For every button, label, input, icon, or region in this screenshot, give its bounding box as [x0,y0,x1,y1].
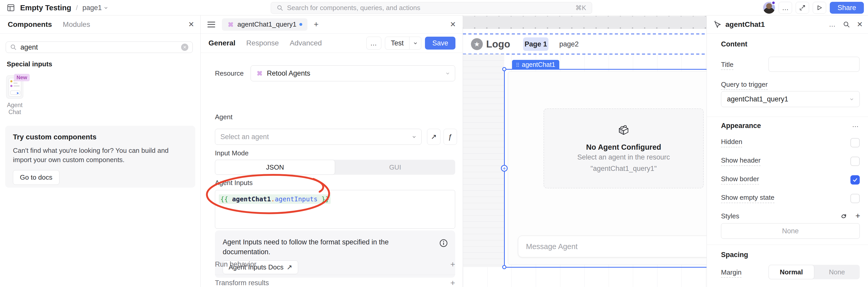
add-query-button[interactable]: + [314,20,318,29]
component-search-input[interactable]: agent ✕ [6,42,193,53]
special-inputs-heading: Special inputs [7,60,52,68]
empty-state-line2: "agentChat1_query1" [544,163,703,174]
hidden-row: Hidden [721,138,860,147]
tab-components[interactable]: Components [8,21,52,29]
tab-general[interactable]: General [209,39,235,47]
agent-inputs-editor[interactable]: {{ agentChat1.agentInputs }} [215,190,455,229]
inspector-search-icon[interactable] [843,21,850,28]
show-border-checkbox[interactable] [850,175,860,184]
margin-none-option[interactable]: None [814,265,860,279]
show-header-row: Show header [721,156,860,166]
plus-icon: + [450,278,455,287]
send-icon: ➤ [16,92,19,95]
inspector-title: agentChat1 [725,21,765,29]
add-style-button[interactable]: + [855,211,860,221]
page-tab-page2[interactable]: page2 [559,40,579,48]
open-agent-button[interactable]: ↗ [427,129,440,145]
test-dropdown[interactable] [409,37,421,49]
message-agent-input[interactable]: Message Agent [518,236,707,257]
expand-button[interactable] [796,2,809,14]
resource-label: Resource [215,69,251,77]
query-tab-label: agentChat1_query1 [238,21,296,28]
inspector-close-button[interactable]: ✕ [857,20,863,29]
clear-search-icon[interactable]: ✕ [181,44,188,51]
appearance-section-heading: Appearance [721,122,761,130]
close-query-panel-button[interactable]: ✕ [450,20,456,29]
agent-select[interactable]: Select an agent [215,129,422,145]
margin-label: Margin [721,268,741,278]
canvas-top-strip [463,16,707,29]
chevron-down-icon [445,71,450,75]
transform-results-label: Transform results [215,279,269,287]
show-empty-state-checkbox[interactable] [850,194,860,203]
tab-advanced[interactable]: Advanced [289,39,322,47]
styles-value-box[interactable]: None [721,223,860,239]
show-border-row: Show border [721,175,860,184]
input-mode-label: Input Mode [215,149,249,157]
appearance-more-button[interactable]: … [852,121,859,129]
empty-state-card: No Agent Configured Select an agent in t… [544,108,704,188]
reset-styles-icon[interactable] [840,212,847,220]
mode-gui-label: GUI [389,164,401,171]
app-header-container[interactable]: ★ Logo Page 1 page2 [463,35,707,53]
show-empty-state-label: Show empty state [721,193,774,203]
resize-handle-bottom-left[interactable] [502,265,506,269]
go-to-docs-button[interactable]: Go to docs [13,170,59,185]
transform-results-section[interactable]: Transform results + [215,278,455,287]
insert-handle-left[interactable]: + [501,165,507,172]
app-layout-icon[interactable] [6,3,16,12]
query-tab[interactable]: agentChat1_query1 [222,18,307,31]
page-tab-active[interactable]: Page 1 [523,37,549,51]
chevron-down-icon [104,6,108,10]
check-icon [852,177,858,183]
global-search-placeholder: Search for components, queries, and acti… [287,4,572,12]
styles-value: None [782,227,799,235]
margin-normal-option[interactable]: Normal [769,265,814,279]
agent-inputs-infobox: Agent Inputs need to follow the format s… [215,230,455,278]
content-section-heading: Content [721,40,747,48]
expand-icon [799,4,806,11]
share-button[interactable]: Share [830,2,864,14]
page-selector-label: page1 [83,4,102,12]
show-header-label: Show header [721,156,761,166]
title-input[interactable] [769,57,860,72]
component-badge[interactable]: agentChat1 [512,60,559,69]
query-to-trigger-select[interactable]: agentChat1_query1 [721,91,860,107]
hidden-checkbox[interactable] [850,138,860,147]
fx-button[interactable]: ƒ [443,129,457,145]
resize-handle-top-left[interactable] [502,67,506,71]
avatar[interactable] [763,2,775,14]
test-button[interactable]: Test [385,37,422,49]
preview-button[interactable] [813,2,826,14]
code-property: agentInputs [275,195,318,203]
inspector-more-button[interactable]: … [829,21,836,28]
star-icon: ★ [474,40,480,48]
query-list-menu-icon[interactable] [208,22,215,27]
close-panel-button[interactable]: ✕ [188,20,194,29]
tab-modules[interactable]: Modules [63,21,90,29]
message-agent-placeholder: Message Agent [526,242,578,251]
show-border-label: Show border [721,175,759,184]
fx-icon: ƒ [448,133,452,141]
test-label: Test [385,39,409,47]
mode-gui-tab[interactable]: GUI [335,160,455,175]
container-dashed-border-top [463,34,707,34]
top-bar: Empty Testing / page1 Search for compone… [0,0,868,15]
empty-state-title: No Agent Configured [544,143,703,151]
global-search-input[interactable]: Search for components, queries, and acti… [271,2,592,14]
page-selector[interactable]: page1 [83,4,108,12]
save-button[interactable]: Save [425,37,456,49]
query-more-button[interactable]: … [366,37,381,49]
resource-select[interactable]: Retool Agents [251,65,455,81]
agent-inputs-info-text: Agent Inputs need to follow the format s… [223,237,404,257]
code-open-brace: {{ [220,195,232,203]
show-header-checkbox[interactable] [850,157,860,166]
app-canvas[interactable]: ★ Logo Page 1 page2 agentChat1 No Agent … [463,15,707,287]
query-to-trigger-value: agentChat1_query1 [727,95,850,103]
chevron-down-icon [850,97,854,101]
tab-response[interactable]: Response [246,39,279,47]
mode-json-tab[interactable]: JSON [215,160,335,175]
run-behavior-section[interactable]: Run behavior + [215,260,455,269]
more-options-button[interactable]: … [779,2,792,14]
chevron-down-icon [412,135,416,139]
